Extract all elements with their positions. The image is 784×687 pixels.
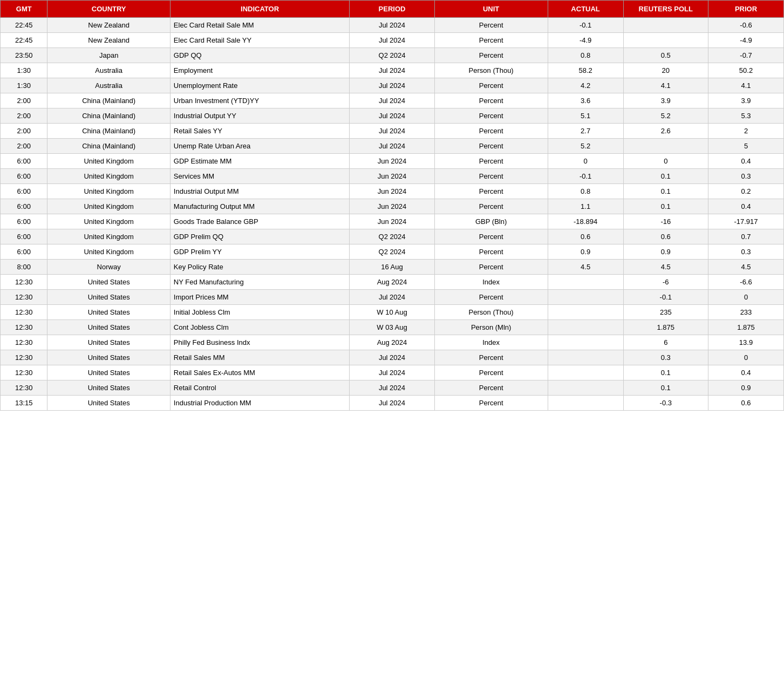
cell-reuters-poll: 0.1 xyxy=(623,199,708,214)
cell-indicator: GDP QQ xyxy=(170,48,349,63)
cell-country: New Zealand xyxy=(47,33,170,48)
cell-indicator: Cont Jobless Clm xyxy=(170,320,349,335)
cell-gmt: 6:00 xyxy=(1,214,47,229)
cell-reuters-poll xyxy=(623,18,708,33)
cell-reuters-poll: 4.5 xyxy=(623,260,708,275)
cell-country: United States xyxy=(47,396,170,411)
cell-actual: 0 xyxy=(548,154,623,169)
cell-unit: Percent xyxy=(434,18,548,33)
header-reuters-poll: REUTERS POLL xyxy=(623,1,708,18)
table-row: 12:30United StatesInitial Jobless ClmW 1… xyxy=(1,305,784,320)
cell-actual xyxy=(548,335,623,350)
cell-reuters-poll xyxy=(623,33,708,48)
cell-unit: Percent xyxy=(434,124,548,139)
cell-indicator: Unemp Rate Urban Area xyxy=(170,139,349,154)
cell-country: United States xyxy=(47,365,170,380)
cell-actual xyxy=(548,365,623,380)
cell-gmt: 6:00 xyxy=(1,229,47,244)
cell-country: United States xyxy=(47,305,170,320)
cell-indicator: Unemployment Rate xyxy=(170,78,349,93)
cell-reuters-poll: 20 xyxy=(623,63,708,78)
cell-gmt: 12:30 xyxy=(1,290,47,305)
cell-gmt: 6:00 xyxy=(1,154,47,169)
cell-actual xyxy=(548,396,623,411)
cell-prior: 4.5 xyxy=(708,260,784,275)
cell-indicator: Retail Sales YY xyxy=(170,124,349,139)
cell-prior: -4.9 xyxy=(708,33,784,48)
cell-gmt: 13:15 xyxy=(1,396,47,411)
header-actual: ACTUAL xyxy=(548,1,623,18)
cell-country: United States xyxy=(47,350,170,365)
cell-indicator: Retail Control xyxy=(170,380,349,396)
cell-period: Jul 2024 xyxy=(350,78,434,93)
cell-reuters-poll: 0.3 xyxy=(623,350,708,365)
cell-unit: Person (Thou) xyxy=(434,305,548,320)
cell-gmt: 6:00 xyxy=(1,169,47,184)
cell-reuters-poll: 0.5 xyxy=(623,48,708,63)
cell-country: New Zealand xyxy=(47,18,170,33)
cell-unit: Index xyxy=(434,275,548,290)
cell-country: United States xyxy=(47,320,170,335)
cell-unit: Percent xyxy=(434,229,548,244)
cell-reuters-poll: 0.1 xyxy=(623,169,708,184)
cell-indicator: Employment xyxy=(170,63,349,78)
cell-unit: Percent xyxy=(434,290,548,305)
cell-actual: 3.6 xyxy=(548,93,623,108)
cell-gmt: 2:00 xyxy=(1,108,47,124)
economic-calendar-table: GMT COUNTRY INDICATOR PERIOD UNIT ACTUAL… xyxy=(0,0,784,411)
cell-gmt: 23:50 xyxy=(1,48,47,63)
cell-actual: 1.1 xyxy=(548,199,623,214)
cell-country: United Kingdom xyxy=(47,229,170,244)
cell-period: Jul 2024 xyxy=(350,93,434,108)
cell-unit: GBP (Bln) xyxy=(434,214,548,229)
cell-reuters-poll: 4.1 xyxy=(623,78,708,93)
cell-gmt: 22:45 xyxy=(1,18,47,33)
cell-gmt: 12:30 xyxy=(1,380,47,396)
cell-reuters-poll: 0.6 xyxy=(623,229,708,244)
cell-period: Jun 2024 xyxy=(350,214,434,229)
table-row: 12:30United StatesCont Jobless ClmW 03 A… xyxy=(1,320,784,335)
cell-prior: -17.917 xyxy=(708,214,784,229)
cell-country: China (Mainland) xyxy=(47,108,170,124)
cell-unit: Percent xyxy=(434,33,548,48)
cell-prior: 0.3 xyxy=(708,169,784,184)
cell-prior: 50.2 xyxy=(708,63,784,78)
cell-indicator: Retail Sales MM xyxy=(170,350,349,365)
cell-prior: 0.4 xyxy=(708,154,784,169)
cell-period: W 10 Aug xyxy=(350,305,434,320)
table-row: 2:00China (Mainland)Unemp Rate Urban Are… xyxy=(1,139,784,154)
cell-indicator: Industrial Output MM xyxy=(170,184,349,199)
cell-prior: -6.6 xyxy=(708,275,784,290)
cell-unit: Percent xyxy=(434,244,548,260)
cell-period: Jul 2024 xyxy=(350,350,434,365)
table-row: 6:00United KingdomManufacturing Output M… xyxy=(1,199,784,214)
cell-indicator: Philly Fed Business Indx xyxy=(170,335,349,350)
cell-period: W 03 Aug xyxy=(350,320,434,335)
cell-gmt: 8:00 xyxy=(1,260,47,275)
table-row: 6:00United KingdomIndustrial Output MMJu… xyxy=(1,184,784,199)
cell-reuters-poll: 0.1 xyxy=(623,365,708,380)
cell-period: Q2 2024 xyxy=(350,244,434,260)
table-row: 23:50JapanGDP QQQ2 2024Percent0.80.5-0.7 xyxy=(1,48,784,63)
cell-unit: Person (Thou) xyxy=(434,63,548,78)
cell-unit: Percent xyxy=(434,260,548,275)
cell-unit: Percent xyxy=(434,396,548,411)
cell-actual: 0.8 xyxy=(548,48,623,63)
cell-reuters-poll: 3.9 xyxy=(623,93,708,108)
cell-actual xyxy=(548,380,623,396)
table-row: 12:30United StatesPhilly Fed Business In… xyxy=(1,335,784,350)
cell-actual: -0.1 xyxy=(548,18,623,33)
cell-period: Jul 2024 xyxy=(350,33,434,48)
cell-period: Jul 2024 xyxy=(350,108,434,124)
table-row: 6:00United KingdomGDP Estimate MMJun 202… xyxy=(1,154,784,169)
table-row: 12:30United StatesRetail Sales MMJul 202… xyxy=(1,350,784,365)
cell-gmt: 6:00 xyxy=(1,199,47,214)
cell-unit: Percent xyxy=(434,154,548,169)
table-row: 1:30AustraliaUnemployment RateJul 2024Pe… xyxy=(1,78,784,93)
table-row: 12:30United StatesNY Fed ManufacturingAu… xyxy=(1,275,784,290)
cell-prior: 3.9 xyxy=(708,93,784,108)
cell-unit: Percent xyxy=(434,139,548,154)
cell-country: United Kingdom xyxy=(47,184,170,199)
cell-gmt: 2:00 xyxy=(1,124,47,139)
cell-unit: Percent xyxy=(434,78,548,93)
